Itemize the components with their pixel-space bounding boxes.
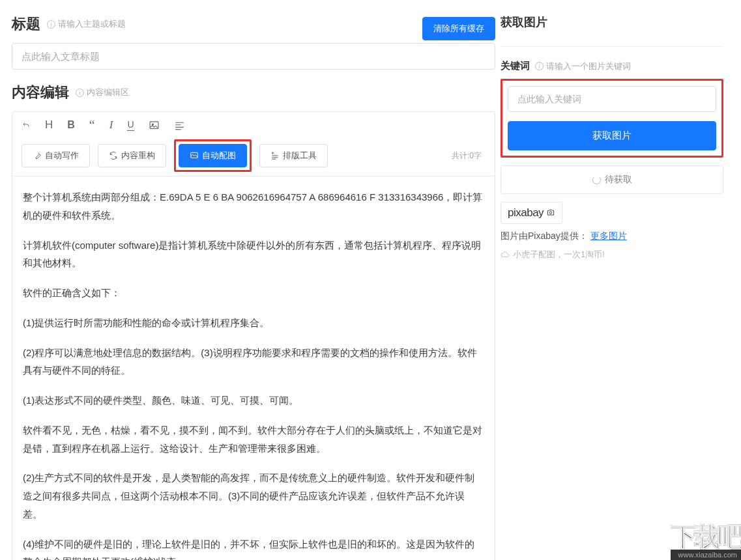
loading-icon: [592, 176, 601, 184]
article-title-input[interactable]: [12, 43, 495, 70]
watermark: 下载吧 www.xiazaiba.com: [671, 524, 741, 560]
camera-icon: [546, 208, 555, 219]
editor-panel: H B “ I U 自动写作 内容重构: [12, 111, 495, 560]
restructure-button[interactable]: 内容重构: [98, 144, 166, 167]
editor-paragraph: 软件的正确含义如下：: [23, 284, 484, 302]
info-icon: i: [535, 62, 544, 70]
editor-paragraph: (1)表达形式不同的硬件类型、颜色、味道、可见、可摸、可闻。: [23, 391, 484, 410]
align-left-button[interactable]: [174, 120, 185, 131]
credit-line: 图片由Pixabay提供： 更多图片: [501, 231, 723, 242]
keyword-label: 关键词: [501, 60, 530, 72]
keyword-box-highlight: 获取图片: [501, 79, 723, 158]
title-hint: i 请输入主题或标题: [47, 18, 126, 30]
fetch-image-button[interactable]: 获取图片: [508, 121, 716, 150]
footer-hint: 小虎子配图，一次1淘币!: [501, 249, 723, 260]
editor-paragraph: (1)提供运行时所需功能和性能的命令或计算机程序集合。: [23, 314, 484, 332]
word-count: 共计:0字: [452, 150, 486, 161]
editor-hint: i 内容编辑区: [76, 87, 129, 98]
pending-button[interactable]: 待获取: [501, 165, 723, 194]
editor-paragraph: (4)维护不同的硬件是旧的，理论上软件是旧的，并不坏，但实际上软件也是旧的和坏的…: [23, 535, 484, 561]
editor-label: 内容编辑: [12, 83, 69, 102]
editor-paragraph: 整个计算机系统由两部分组成：E.69DA 5 E 6 BA 9062616964…: [23, 188, 484, 225]
underline-button[interactable]: U: [127, 119, 134, 131]
auto-image-button[interactable]: 自动配图: [179, 144, 247, 167]
bold-button[interactable]: B: [67, 119, 75, 131]
editor-body[interactable]: 整个计算机系统由两部分组成：E.69DA 5 E 6 BA 9062616964…: [12, 176, 495, 560]
keyword-hint: i 请输入一个图片关键词: [535, 61, 631, 72]
heading-button[interactable]: H: [45, 119, 53, 132]
pixabay-logo: pixabay: [501, 202, 562, 224]
side-header: 获取图片: [501, 14, 723, 30]
svg-point-3: [549, 211, 552, 214]
editor-paragraph: 软件看不见，无色，枯燥，看不见，摸不到，闻不到。软件大部分存在于人们的头脑或纸上…: [23, 421, 484, 458]
italic-button[interactable]: I: [109, 119, 113, 132]
image-button[interactable]: [149, 120, 160, 131]
undo-icon[interactable]: [22, 120, 31, 130]
info-icon: i: [76, 89, 84, 97]
editor-paragraph: 计算机软件(computer software)是指计算机系统中除硬件以外的所有…: [23, 236, 484, 273]
quote-button[interactable]: “: [89, 120, 95, 130]
editor-paragraph: (2)生产方式不同的软件是开发，是人类智能的高发挥，而不是传统意义上的硬件制造。…: [23, 469, 484, 523]
keyword-input[interactable]: [508, 86, 716, 112]
auto-write-button[interactable]: 自动写作: [22, 144, 90, 167]
auto-image-highlight: 自动配图: [174, 139, 252, 172]
info-icon: i: [47, 20, 55, 29]
clear-cache-button[interactable]: 清除所有缓存: [422, 17, 495, 40]
title-label: 标题: [12, 14, 40, 34]
layout-tool-button[interactable]: 排版工具: [259, 144, 328, 167]
editor-paragraph: (2)程序可以满意地处理信息的数据结构。(3)说明程序功能要求和程序需要的文档的…: [23, 344, 484, 380]
cloud-icon: [501, 250, 510, 259]
more-images-link[interactable]: 更多图片: [590, 231, 627, 241]
